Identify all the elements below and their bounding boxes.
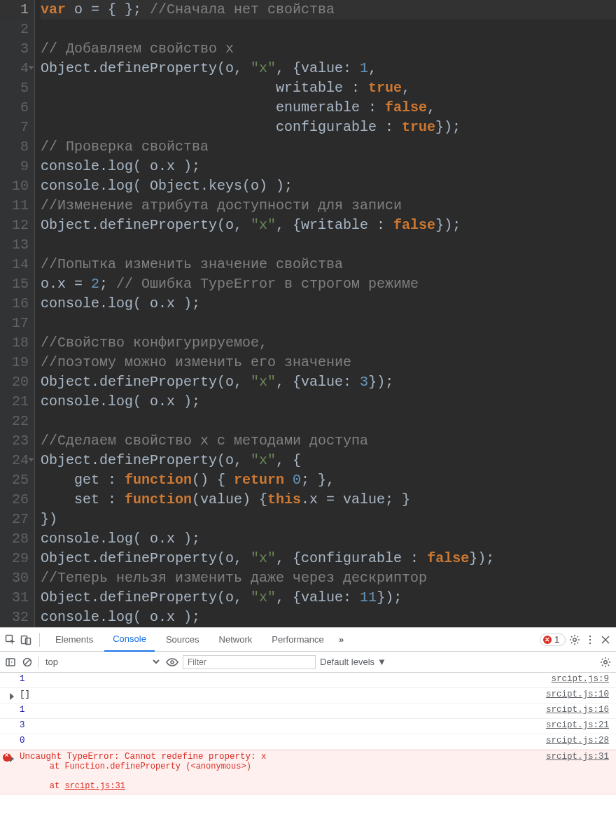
token-plain: writable :	[41, 80, 368, 96]
token-cmt: // Добавляем свойство x	[41, 41, 234, 57]
tab-sources[interactable]: Sources	[158, 628, 208, 652]
code-line[interactable]: //поэтому можно изменить его значение	[41, 353, 616, 372]
log-number: 1	[20, 674, 25, 684]
code-line[interactable]: get : function() { return 0; },	[41, 470, 616, 490]
close-devtools-icon[interactable]	[599, 634, 612, 646]
log-number: 0	[20, 736, 25, 746]
code-line[interactable]	[41, 314, 616, 333]
token-bool: true	[402, 119, 435, 135]
code-line[interactable]: console.log( o.x );	[41, 608, 616, 627]
console-log-entry[interactable]: 3srcipt.js:21	[0, 719, 616, 734]
code-line[interactable]: Object.defineProperty(o, "x", {value: 11…	[41, 588, 616, 608]
code-line[interactable]	[41, 235, 616, 255]
console-log-entry[interactable]: 0srcipt.js:28	[0, 734, 616, 750]
code-line[interactable]	[41, 412, 616, 431]
code-line[interactable]: enumerable : false,	[41, 98, 616, 118]
code-line[interactable]: Object.defineProperty(o, "x", {value: 3}…	[41, 372, 616, 392]
token-plain: Object.defineProperty(o,	[41, 217, 251, 233]
code-line[interactable]: o.x = 2; // Ошибка TypeError в строгом р…	[41, 274, 616, 294]
more-tabs-icon[interactable]: »	[335, 634, 348, 646]
line-number: 4	[0, 59, 29, 78]
log-source-link[interactable]: srcipt.js:16	[546, 705, 609, 715]
clear-console-icon[interactable]	[21, 656, 34, 668]
devtools-tabstrip: Elements Console Sources Network Perform…	[0, 628, 616, 652]
code-line[interactable]: set : function(value) {this.x = value; }	[41, 490, 616, 510]
console-settings-gear-icon[interactable]	[599, 656, 612, 668]
console-log-entry[interactable]: []srcipt.js:10	[0, 688, 616, 704]
code-line[interactable]: console.log( o.x );	[41, 392, 616, 412]
chevron-down-icon: ▼	[377, 657, 386, 667]
log-levels-dropdown[interactable]: Default levels ▼	[320, 657, 386, 667]
log-source-link[interactable]: srcipt.js:28	[546, 736, 609, 746]
code-line[interactable]: //Попытка изменить значение свойства	[41, 255, 616, 274]
log-source-link[interactable]: srcipt.js:9	[551, 674, 609, 684]
code-line[interactable]: console.log( o.x );	[41, 529, 616, 549]
code-line[interactable]: console.log( o.x );	[41, 157, 616, 176]
context-selector[interactable]: top	[43, 656, 162, 668]
live-expression-eye-icon[interactable]	[166, 656, 178, 668]
toggle-sidebar-icon[interactable]	[4, 656, 17, 668]
code-line[interactable]: configurable : true});	[41, 118, 616, 137]
line-number: 27	[0, 510, 29, 529]
filter-input[interactable]	[183, 655, 316, 669]
token-plain: ,	[368, 60, 377, 76]
code-line[interactable]: writable : true,	[41, 78, 616, 98]
inspect-element-icon[interactable]	[4, 634, 17, 646]
log-value: 1	[20, 674, 551, 684]
code-line[interactable]: console.log( Object.keys(o) );	[41, 176, 616, 196]
log-source-link[interactable]: srcipt.js:31	[546, 752, 609, 762]
code-line[interactable]: var o = { }; //Сначала нет свойства	[41, 0, 616, 20]
line-number: 20	[0, 372, 29, 392]
error-count-badge[interactable]: ✕ 1	[540, 634, 566, 646]
tab-console[interactable]: Console	[104, 628, 155, 652]
line-number: 21	[0, 392, 29, 412]
code-line[interactable]: //Сделаем свойство x с методами доступа	[41, 431, 616, 451]
settings-gear-icon[interactable]	[568, 634, 581, 646]
line-number: 25	[0, 470, 29, 490]
token-ret: return	[234, 472, 284, 488]
code-line[interactable]: //Теперь нельзя изменить даже через деск…	[41, 568, 616, 588]
code-line[interactable]: Object.defineProperty(o, "x", {configura…	[41, 549, 616, 568]
code-line[interactable]: Object.defineProperty(o, "x", {value: 1,	[41, 59, 616, 78]
tab-network[interactable]: Network	[211, 628, 261, 652]
code-line[interactable]	[41, 20, 616, 39]
console-log-entry[interactable]: 1srcipt.js:16	[0, 704, 616, 719]
token-plain: Object.defineProperty(o,	[41, 374, 251, 390]
code-line[interactable]: console.log( o.x );	[41, 294, 616, 314]
console-error-entry[interactable]: ×Uncaught TypeError: Cannot redefine pro…	[0, 750, 616, 794]
line-number: 8	[0, 137, 29, 157]
svg-point-6	[589, 642, 591, 643]
console-log[interactable]: 1srcipt.js:9[]srcipt.js:101srcipt.js:163…	[0, 673, 616, 840]
log-source-link[interactable]: srcipt.js:10	[546, 690, 609, 699]
kebab-menu-icon[interactable]	[584, 634, 596, 646]
tab-performance[interactable]: Performance	[263, 628, 332, 652]
code-line[interactable]: // Добавляем свойство x	[41, 39, 616, 59]
code-editor[interactable]: 1234567891011121314151617181920212223242…	[0, 0, 616, 627]
device-toolbar-icon[interactable]	[20, 634, 32, 646]
console-log-entry[interactable]: 1srcipt.js:9	[0, 673, 616, 688]
token-cmt: //Сделаем свойство x с методами доступа	[41, 433, 368, 449]
token-plain	[284, 472, 293, 488]
line-number: 5	[0, 78, 29, 98]
line-number: 12	[0, 216, 29, 235]
error-x-icon: ×	[5, 752, 9, 760]
log-source-link[interactable]: srcipt.js:21	[546, 720, 609, 730]
line-number: 31	[0, 588, 29, 608]
token-plain: ,	[427, 99, 435, 115]
tab-elements[interactable]: Elements	[47, 628, 102, 652]
code-area[interactable]: var o = { }; //Сначала нет свойства// До…	[35, 0, 616, 627]
code-line[interactable]: })	[41, 510, 616, 529]
line-number: 30	[0, 568, 29, 588]
code-line[interactable]: Object.defineProperty(o, "x", {writable …	[41, 216, 616, 235]
code-line[interactable]: //Свойство конфигурируемое,	[41, 333, 616, 353]
line-number: 22	[0, 412, 29, 431]
token-plain: Object.defineProperty(o,	[41, 60, 251, 76]
code-line[interactable]: Object.defineProperty(o, "x", {	[41, 451, 616, 470]
code-line[interactable]: //Изменение атрибута доступности для зап…	[41, 196, 616, 216]
console-toolbar: top Default levels ▼	[0, 652, 616, 673]
tab-label: Performance	[272, 634, 323, 645]
token-plain: });	[377, 589, 402, 606]
token-plain: ,	[402, 80, 410, 96]
tab-label: Sources	[166, 634, 200, 645]
code-line[interactable]: // Проверка свойства	[41, 137, 616, 157]
